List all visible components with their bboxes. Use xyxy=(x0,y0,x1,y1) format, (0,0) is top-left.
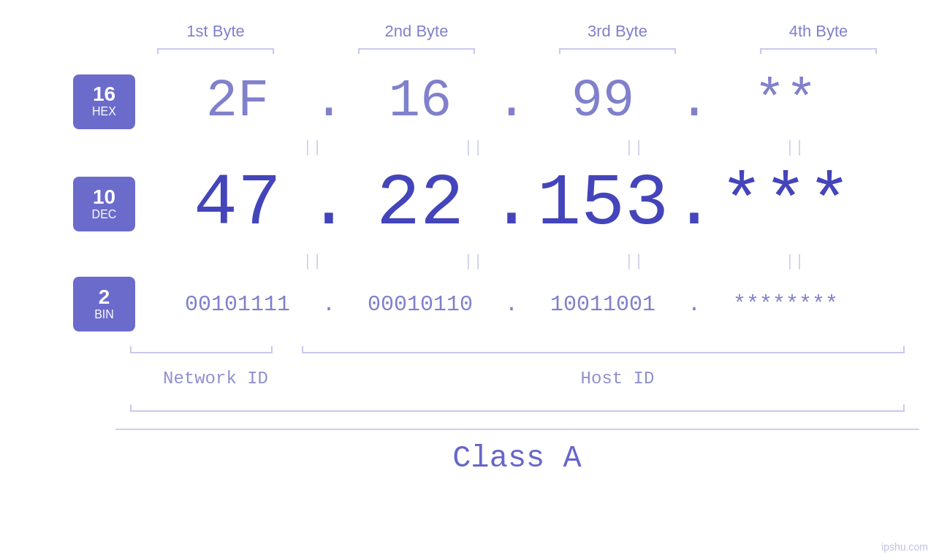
eq7: || xyxy=(554,253,715,271)
class-row: Class A xyxy=(115,429,919,476)
watermark: ipshu.com xyxy=(881,541,928,553)
eq6: || xyxy=(393,253,554,271)
bin-row: 2 BIN 00101111 . 00010110 . 10011001 . *… xyxy=(73,277,866,331)
bin-values: 00101111 . 00010110 . 10011001 . *******… xyxy=(157,292,866,317)
hex-values: 2F . 16 . 99 . ** xyxy=(157,72,866,131)
host-id-area: Host ID xyxy=(316,369,919,388)
dec-val-1: 47 xyxy=(194,163,281,245)
dec-badge-number: 10 xyxy=(93,187,115,207)
byte4-bracket xyxy=(738,48,899,50)
hex-badge-number: 16 xyxy=(93,84,115,104)
hex-val-1: 2F xyxy=(206,72,269,131)
hex-dot1: . xyxy=(318,72,340,131)
bin-byte3: 10011001 xyxy=(522,292,683,317)
dec-dot1: . xyxy=(318,163,340,245)
byte4-header: 4th Byte xyxy=(738,22,899,41)
bin-byte2: 00010110 xyxy=(340,292,501,317)
network-id-area: Network ID xyxy=(115,369,316,388)
eq2: || xyxy=(393,139,554,157)
byte2-bracket xyxy=(336,48,497,50)
eq3: || xyxy=(554,139,715,157)
dec-byte1: 47 xyxy=(157,163,318,245)
full-bottom-bracket xyxy=(115,403,919,418)
network-id-label: Network ID xyxy=(163,369,268,388)
eq5: || xyxy=(232,253,393,271)
hex-dot2: . xyxy=(501,72,522,131)
bin-dot2: . xyxy=(501,292,522,317)
dec-val-4: *** xyxy=(720,163,851,245)
eq4: || xyxy=(715,139,875,157)
hex-val-4: ** xyxy=(754,72,817,131)
equals-dec-bin: || || || || xyxy=(64,253,875,271)
bin-val-4: ******** xyxy=(733,292,838,317)
dec-val-2: 22 xyxy=(376,163,464,245)
dec-byte3: 153 xyxy=(522,163,683,245)
dec-dot3: . xyxy=(683,163,705,245)
equals-hex-dec: || || || || xyxy=(64,139,875,157)
bottom-brackets xyxy=(115,341,919,363)
bin-val-2: 00010110 xyxy=(368,292,473,317)
eq8: || xyxy=(715,253,875,271)
hex-byte4: ** xyxy=(705,72,866,131)
dec-dot2: . xyxy=(501,163,522,245)
dec-row: 10 DEC 47 . 22 . 153 . *** xyxy=(73,163,866,245)
hex-badge: 16 HEX xyxy=(73,74,135,129)
byte1-header: 1st Byte xyxy=(135,22,296,41)
bin-badge: 2 BIN xyxy=(73,277,135,331)
hex-dot3: . xyxy=(683,72,705,131)
hex-val-3: 99 xyxy=(571,72,634,131)
id-labels-row: Network ID Host ID xyxy=(115,369,919,388)
eq-group-2: || || || || xyxy=(232,253,875,271)
dec-values: 47 . 22 . 153 . *** xyxy=(157,163,866,245)
byte3-header: 3rd Byte xyxy=(537,22,698,41)
bin-badge-number: 2 xyxy=(99,287,110,307)
bin-badge-label: BIN xyxy=(94,307,114,321)
bin-val-3: 10011001 xyxy=(550,292,655,317)
bin-byte4: ******** xyxy=(705,292,866,317)
hex-val-2: 16 xyxy=(389,72,452,131)
dec-badge-label: DEC xyxy=(92,207,117,221)
hex-badge-label: HEX xyxy=(92,104,116,118)
network-bracket-line xyxy=(130,352,273,353)
eq-group-1: || || || || xyxy=(232,139,875,157)
byte2-header: 2nd Byte xyxy=(336,22,497,41)
host-id-label: Host ID xyxy=(581,369,655,388)
full-bracket-line xyxy=(130,410,905,412)
hex-byte1: 2F xyxy=(157,72,318,131)
byte1-bracket xyxy=(135,48,296,50)
bin-byte1: 00101111 xyxy=(157,292,318,317)
class-label: Class A xyxy=(452,441,581,476)
bin-dot1: . xyxy=(318,292,340,317)
hex-row: 16 HEX 2F . 16 . 99 . ** xyxy=(73,72,866,131)
hex-byte2: 16 xyxy=(340,72,501,131)
byte3-bracket xyxy=(537,48,698,50)
bin-dot3: . xyxy=(683,292,705,317)
byte-headers-row: 1st Byte 2nd Byte 3rd Byte 4th Byte xyxy=(115,22,919,41)
host-bracket-line xyxy=(302,352,905,353)
dec-byte2: 22 xyxy=(340,163,501,245)
eq1: || xyxy=(232,139,393,157)
hex-byte3: 99 xyxy=(522,72,683,131)
bin-val-1: 00101111 xyxy=(185,292,290,317)
dec-byte4: *** xyxy=(705,163,866,245)
main-container: 1st Byte 2nd Byte 3rd Byte 4th Byte 16 H… xyxy=(0,0,939,560)
dec-val-3: 153 xyxy=(537,163,669,245)
dec-badge: 10 DEC xyxy=(73,177,135,231)
header-bracket-lines xyxy=(115,48,919,50)
